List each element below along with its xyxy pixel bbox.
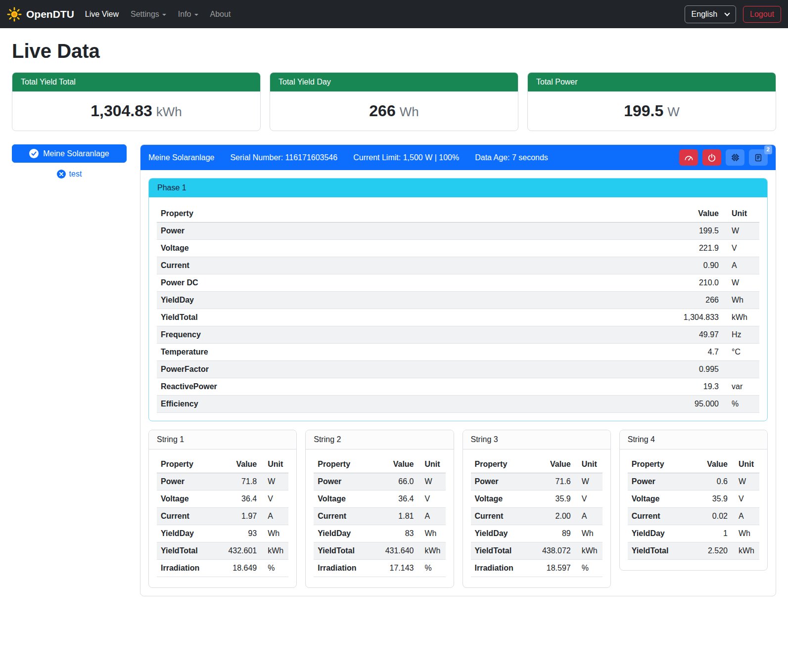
property-value: 93 <box>221 525 261 542</box>
property-name: Current <box>314 508 378 525</box>
property-unit: kWh <box>575 542 603 560</box>
total-yield-day-card: Total Yield Day 266Wh <box>270 72 518 131</box>
string-4-table-body: Power 0.6 W Voltage 35.9 V <box>628 473 759 560</box>
inverter-select-button[interactable]: Meine Solaranlage <box>12 144 127 163</box>
property-value: 2.520 <box>692 542 732 560</box>
property-name: YieldDay <box>628 525 692 542</box>
column-header-value: Value <box>378 456 418 473</box>
table-row: Irradiation 18.649 % <box>157 560 288 577</box>
table-row: Power 71.8 W <box>157 473 288 491</box>
test-link[interactable]: test <box>12 170 127 179</box>
property-unit: A <box>418 508 446 525</box>
navbar-right: English Logout <box>685 5 781 23</box>
property-value: 1.81 <box>378 508 418 525</box>
property-name: Irradiation <box>157 560 221 577</box>
table-row: Irradiation 18.597 % <box>471 560 603 577</box>
table-row: Power 199.5 W <box>157 223 759 240</box>
string-card-title: String 3 <box>463 430 610 449</box>
property-value: 221.9 <box>663 240 723 257</box>
property-name: YieldDay <box>157 525 221 542</box>
property-unit: V <box>261 491 288 508</box>
property-unit: A <box>732 508 759 525</box>
column-header-unit: Unit <box>723 205 759 223</box>
total-card-body: 1,304.83kWh <box>12 91 260 131</box>
property-unit: W <box>723 223 759 240</box>
table-row: Current 2.00 A <box>471 508 603 525</box>
property-name: Current <box>157 257 663 274</box>
string-card-title: String 1 <box>149 430 296 449</box>
property-name: Irradiation <box>471 560 535 577</box>
nav-item-live-view[interactable]: Live View <box>79 6 125 23</box>
property-name: Voltage <box>471 491 535 508</box>
property-value: 432.601 <box>221 542 261 560</box>
property-unit: °C <box>723 344 759 361</box>
nav-item-about[interactable]: About <box>204 6 237 23</box>
property-value: 4.7 <box>663 344 723 361</box>
property-unit: kWh <box>418 542 446 560</box>
property-name: Current <box>628 508 692 525</box>
property-unit: Wh <box>261 525 288 542</box>
journal-icon <box>754 153 763 162</box>
property-unit: V <box>575 491 603 508</box>
x-circle-icon <box>57 170 66 179</box>
property-unit: Wh <box>732 525 759 542</box>
string-3-table-body: Power 71.6 W Voltage 35.9 V <box>471 473 603 577</box>
device-info-button[interactable] <box>726 149 744 166</box>
string-3-card: String 3 Property Value Unit <box>463 430 611 588</box>
navbar: OpenDTU Live View Settings Info About En… <box>0 0 788 28</box>
table-row: Temperature 4.7 °C <box>157 344 759 361</box>
property-value: 1.97 <box>221 508 261 525</box>
table-header-row: Property Value Unit <box>471 456 603 473</box>
logout-button[interactable]: Logout <box>743 6 781 23</box>
inverter-name: Meine Solaranlage <box>148 153 214 162</box>
property-value: 49.97 <box>663 326 723 344</box>
property-unit: Wh <box>723 292 759 309</box>
limit-settings-button[interactable] <box>679 149 698 166</box>
page-container: Live Data Total Yield Total 1,304.83kWh … <box>0 28 788 609</box>
table-row: YieldDay 1 Wh <box>628 525 759 542</box>
property-value: 1,304.833 <box>663 309 723 326</box>
property-name: Power DC <box>157 274 663 292</box>
nav-item-label: About <box>210 10 231 19</box>
language-select-value: English <box>692 10 717 19</box>
table-row: Voltage 36.4 V <box>314 491 445 508</box>
property-name: YieldDay <box>471 525 535 542</box>
event-log-button[interactable]: 2 <box>749 149 768 166</box>
table-row: YieldTotal 432.601 kWh <box>157 542 288 560</box>
nav-item-label: Live View <box>85 10 119 19</box>
column-header-value: Value <box>692 456 732 473</box>
total-card-title: Total Yield Day <box>270 73 518 91</box>
power-control-button[interactable] <box>702 149 721 166</box>
property-value: 35.9 <box>692 491 732 508</box>
string-card-title: String 4 <box>620 430 767 449</box>
phase-card: Phase 1 Property Value Unit <box>148 178 768 421</box>
property-unit: % <box>261 560 288 577</box>
property-unit: kWh <box>261 542 288 560</box>
string-4-card: String 4 Property Value Unit <box>619 430 768 571</box>
brand[interactable]: OpenDTU <box>7 7 74 22</box>
property-unit: W <box>575 473 603 491</box>
table-row: Efficiency 95.000 % <box>157 396 759 413</box>
table-header-row: Property Value Unit <box>157 205 759 223</box>
property-value: 71.6 <box>535 473 575 491</box>
nav-item-info[interactable]: Info <box>172 6 204 23</box>
language-select[interactable]: English <box>685 5 736 23</box>
main-nav: Live View Settings Info About <box>79 6 237 23</box>
inverter-card-header: Meine Solaranlage Serial Number: 1161716… <box>140 145 776 170</box>
table-row: Power 0.6 W <box>628 473 759 491</box>
property-name: Temperature <box>157 344 663 361</box>
property-value: 438.072 <box>535 542 575 560</box>
table-row: Irradiation 17.143 % <box>314 560 445 577</box>
table-row: Power DC 210.0 W <box>157 274 759 292</box>
property-value: 35.9 <box>535 491 575 508</box>
string-2-table: Property Value Unit Power <box>314 456 445 577</box>
property-value: 199.5 <box>663 223 723 240</box>
total-yield-total-card: Total Yield Total 1,304.83kWh <box>12 72 261 131</box>
property-name: Frequency <box>157 326 663 344</box>
total-value: 1,304.83 <box>91 102 152 120</box>
total-value: 266 <box>369 102 395 120</box>
nav-item-settings[interactable]: Settings <box>125 6 172 23</box>
property-unit: W <box>723 274 759 292</box>
table-row: ReactivePower 19.3 var <box>157 378 759 396</box>
total-value: 199.5 <box>624 102 663 120</box>
